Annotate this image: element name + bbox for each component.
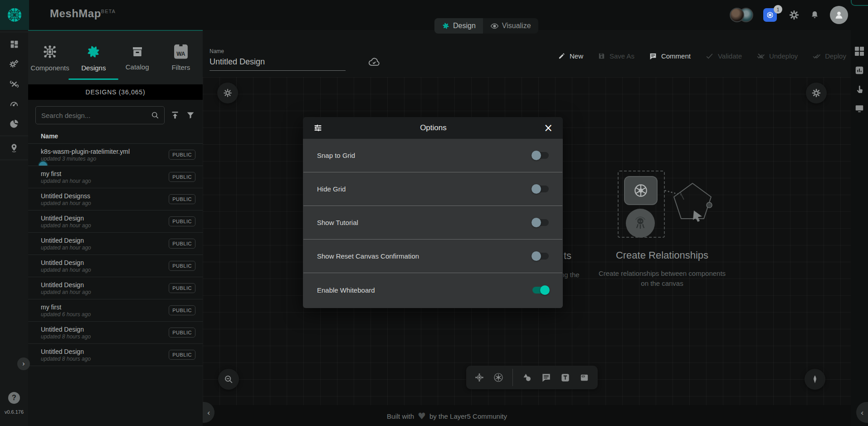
save-as-label: Save As xyxy=(610,52,634,60)
help-button[interactable]: ? xyxy=(0,392,28,404)
design-row[interactable]: my first updated an hour ago PUBLIC xyxy=(28,166,203,188)
mesh-pie-icon xyxy=(9,119,19,129)
design-row[interactable]: Untitled Design updated an hour ago PUBL… xyxy=(28,255,203,277)
dock-display[interactable] xyxy=(851,99,868,118)
dashboard-icon xyxy=(10,39,19,49)
comment-bubble-icon xyxy=(649,52,657,60)
dock-interaction[interactable] xyxy=(851,80,868,99)
design-row[interactable]: Untitled Design updated an hour ago PUBL… xyxy=(28,211,203,233)
header-corner-accent xyxy=(851,0,868,6)
notifications-bell-icon[interactable] xyxy=(809,10,820,20)
tab-catalog[interactable]: Catalog xyxy=(116,31,159,84)
collaborator-avatars[interactable] xyxy=(730,8,753,22)
nav-extensions[interactable] xyxy=(0,114,28,134)
tab-design-label: Design xyxy=(453,22,476,30)
design-row[interactable]: Untitled Design updated an hour ago PUBL… xyxy=(28,233,203,255)
layer5-logo[interactable] xyxy=(0,0,29,30)
options-modal-header: Options × xyxy=(303,117,563,139)
design-name-input[interactable]: Untitled Design xyxy=(210,57,346,71)
shapes-tool-icon[interactable] xyxy=(522,372,532,383)
design-row[interactable]: Untitled Designss updated an hour ago PU… xyxy=(28,188,203,211)
canvas-shapes-toolbar xyxy=(466,366,598,389)
tab-designs[interactable]: Designs xyxy=(72,31,115,84)
dock-analytics[interactable] xyxy=(851,61,868,80)
design-name: k8s-wasm-plugin-ratelimiter.yml xyxy=(41,147,130,156)
design-row[interactable]: Untitled Design updated an hour ago PUBL… xyxy=(28,277,203,299)
design-row[interactable]: Untitled Design updated 8 hours ago PUBL… xyxy=(28,344,203,366)
design-row[interactable]: k8s-wasm-plugin-ratelimiter.yml updated … xyxy=(28,144,203,166)
deploy-button[interactable]: Deploy xyxy=(812,52,846,60)
design-updated: updated an hour ago xyxy=(41,267,91,273)
filter-funnel-icon[interactable] xyxy=(185,110,195,120)
design-browser-panel: Components Designs Catalog WA Filters DE… xyxy=(28,30,203,426)
onboarding-card-title: Create Relationships xyxy=(603,250,721,261)
nav-dashboard[interactable] xyxy=(0,34,28,54)
toggle-thumb xyxy=(532,151,541,160)
new-design-label: New xyxy=(570,52,583,60)
kubernetes-tool-icon[interactable] xyxy=(493,372,504,383)
rail-expand-handle[interactable]: › xyxy=(17,357,30,370)
reset-canvas-confirmation-toggle[interactable] xyxy=(532,253,549,260)
zoom-out-button[interactable] xyxy=(218,369,239,390)
grid-squares-icon xyxy=(855,47,864,56)
pencil-icon xyxy=(558,52,566,60)
canvas-settings-button[interactable] xyxy=(806,83,827,103)
close-icon[interactable]: × xyxy=(544,122,553,133)
tab-visualize[interactable]: Visualize xyxy=(483,18,538,34)
kubernetes-context-switcher[interactable]: 1 xyxy=(763,8,779,22)
canvas-config-button[interactable] xyxy=(217,83,238,103)
nav-configuration[interactable] xyxy=(0,74,28,94)
check-icon xyxy=(705,52,714,60)
toggle-thumb xyxy=(532,218,541,227)
design-updated: updated an hour ago xyxy=(41,200,91,206)
visibility-badge: PUBLIC xyxy=(169,239,195,249)
search-input[interactable] xyxy=(41,112,151,119)
settings-gear-icon[interactable] xyxy=(789,10,800,20)
cloud-saved-icon xyxy=(367,55,381,69)
validate-button[interactable]: Validate xyxy=(705,52,742,60)
nav-performance[interactable] xyxy=(0,94,28,114)
location-pin-icon xyxy=(9,143,19,153)
person-icon xyxy=(834,10,844,20)
option-label: Show Reset Canvas Confirmation xyxy=(317,252,419,260)
design-updated: updated an hour ago xyxy=(41,222,91,229)
import-design-icon[interactable] xyxy=(170,110,180,120)
save-as-button[interactable]: Save As xyxy=(598,52,634,60)
comment-button[interactable]: Comment xyxy=(649,52,691,60)
text-tool-icon[interactable] xyxy=(560,372,571,383)
nav-meshmap[interactable] xyxy=(0,138,28,158)
context-count-badge: 1 xyxy=(774,5,782,14)
flower-gear-icon xyxy=(223,88,233,98)
design-row[interactable]: my first updated 6 hours ago PUBLIC xyxy=(28,299,203,322)
catalog-archive-icon xyxy=(131,45,144,59)
show-tutorial-toggle[interactable] xyxy=(532,219,549,226)
rail-divider xyxy=(0,32,28,32)
design-name: Untitled Design xyxy=(41,259,91,267)
design-updated: updated 8 hours ago xyxy=(41,333,91,340)
user-profile-button[interactable] xyxy=(830,6,848,24)
validate-tower-button[interactable] xyxy=(805,369,825,390)
visibility-badge: PUBLIC xyxy=(169,350,195,360)
visibility-badge: PUBLIC xyxy=(169,305,195,315)
design-name-field[interactable]: Name Untitled Design xyxy=(210,48,346,71)
components-tool-icon[interactable] xyxy=(474,372,484,382)
tab-filters[interactable]: WA Filters xyxy=(159,31,203,84)
tab-design[interactable]: Design xyxy=(434,18,483,34)
hide-grid-toggle[interactable] xyxy=(532,186,549,192)
tab-components[interactable]: Components xyxy=(28,31,72,84)
dock-widgets[interactable] xyxy=(851,42,868,61)
undeploy-button[interactable]: Undeploy xyxy=(756,52,798,60)
comment-tool-icon[interactable] xyxy=(541,372,551,383)
enable-whiteboard-toggle[interactable] xyxy=(532,287,549,294)
new-design-button[interactable]: New xyxy=(558,52,583,60)
search-box[interactable] xyxy=(35,106,165,124)
question-mark-icon: ? xyxy=(8,392,20,404)
toggle-thumb xyxy=(532,251,541,261)
design-row[interactable]: Untitled Design updated 8 hours ago PUBL… xyxy=(28,322,203,344)
snap-to-grid-toggle[interactable] xyxy=(532,152,549,159)
nav-lifecycle[interactable] xyxy=(0,54,28,74)
media-tool-icon[interactable] xyxy=(579,372,590,383)
design-updated: updated an hour ago xyxy=(41,245,91,251)
collaborator-avatar[interactable] xyxy=(730,8,744,22)
layer5-mesh-logo-icon xyxy=(5,6,24,24)
